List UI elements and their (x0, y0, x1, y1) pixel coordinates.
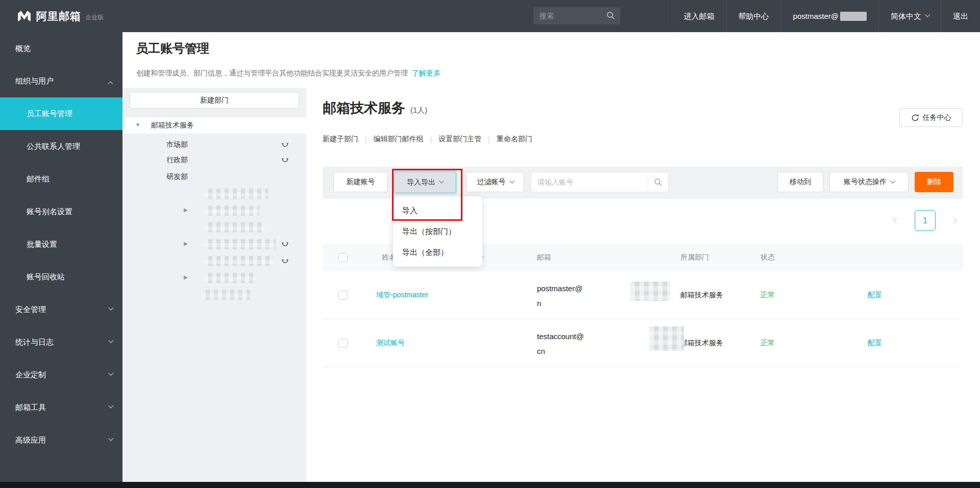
status-badge: 正常 (761, 339, 775, 348)
account-search-input[interactable] (537, 172, 640, 192)
sidebar-group-security[interactable]: 安全管理 (0, 293, 122, 326)
language-menu[interactable]: 简体中文 (878, 0, 941, 32)
tree-node-redacted[interactable]: ▶ (122, 236, 306, 252)
brand-mark-icon (17, 10, 31, 22)
member-count: (1人) (410, 106, 427, 114)
tree-node-marketing[interactable]: 市场部 (122, 137, 306, 153)
sidebar-group-org-users[interactable]: 组织与用户 (0, 65, 122, 97)
account-email: postmaster@ n (531, 271, 674, 319)
chevron-down-icon (108, 403, 113, 408)
import-export-button[interactable]: 导入导出 (394, 172, 456, 193)
caret-right-icon[interactable]: ▶ (184, 207, 188, 213)
tree-node-redacted[interactable] (122, 253, 306, 269)
tree-node-redacted[interactable] (122, 186, 306, 202)
sidebar: 概览 组织与用户 员工账号管理 公共联系人管理 邮件组 账号别名设置 批量设置 … (0, 32, 122, 482)
topbar: 阿里邮箱 企业版 进入邮箱 帮助中心 postmaster@ 简体中文 退出 (0, 0, 980, 32)
col-header-department: 所属部门 (674, 244, 754, 271)
tree-node-redacted[interactable] (122, 219, 306, 236)
pagination-prev-icon[interactable] (893, 217, 900, 224)
new-department-button[interactable]: 新建部门 (130, 92, 299, 109)
dept-mail-group-icon (281, 158, 289, 163)
chevron-down-icon (925, 12, 930, 17)
screen: 阿里邮箱 企业版 进入邮箱 帮助中心 postmaster@ 简体中文 退出 概… (0, 0, 980, 488)
task-center-button[interactable]: 任务中心 (899, 108, 963, 127)
department-tree-panel: 新建部门 ▼ 邮箱技术服务 市场部 行政部 研发部 ▶ ▶ (122, 88, 306, 482)
row-checkbox[interactable] (338, 291, 348, 300)
sidebar-group-advanced[interactable]: 高级应用 (0, 424, 122, 456)
table-row: 测试账号 testaccount@ cn 邮箱技术服务 正常 配置 (323, 319, 963, 367)
account-menu[interactable]: postmaster@ (781, 0, 878, 32)
tree-node-rnd[interactable]: 研发部 (122, 169, 306, 185)
chevron-down-icon (439, 178, 444, 184)
sidebar-item-alias-settings[interactable]: 账号别名设置 (0, 195, 122, 228)
sidebar-item-batch-settings[interactable]: 批量设置 (0, 228, 122, 261)
account-department: 邮箱技术服务 (674, 319, 754, 367)
logout-link[interactable]: 退出 (941, 0, 980, 32)
import-export-dropdown: 导入 导出（按部门） 导出（全部） (393, 196, 482, 267)
page-description: 创建和管理成员、部门信息，通过与管理平台其他功能结合实现更灵活安全的用户管理了解… (136, 69, 440, 78)
menu-item-export-by-dept[interactable]: 导出（按部门） (393, 221, 482, 242)
sidebar-group-enterprise-custom[interactable]: 企业定制 (0, 358, 122, 391)
menu-item-export-all[interactable]: 导出（全部） (393, 242, 482, 263)
search-icon[interactable] (606, 11, 615, 20)
topbar-search-input[interactable] (540, 7, 596, 24)
status-badge: 正常 (761, 291, 775, 300)
action-rename-dept[interactable]: 重命名部门 (497, 135, 532, 144)
caret-right-icon[interactable]: ▶ (184, 274, 188, 280)
sidebar-item-employee-accounts[interactable]: 员工账号管理 (0, 97, 122, 130)
bottom-strip (0, 482, 980, 488)
configure-link[interactable]: 配置 (868, 291, 882, 300)
page-header: 员工账号管理 创建和管理成员、部门信息，通过与管理平台其他功能结合实现更灵活安全… (122, 32, 980, 88)
pagination-page-1[interactable]: 1 (915, 210, 936, 231)
redacted-dept-name (204, 273, 256, 283)
tree-node-admin[interactable]: 行政部 (122, 152, 306, 168)
account-email: testaccount@ cn (531, 319, 674, 367)
menu-item-import[interactable]: 导入 (393, 200, 482, 221)
sidebar-item-public-contacts[interactable]: 公共联系人管理 (0, 130, 122, 163)
pagination-next-icon[interactable] (950, 217, 957, 224)
caret-right-icon[interactable]: ▶ (184, 241, 188, 246)
account-status-ops-button[interactable]: 账号状态操作 (829, 172, 909, 192)
action-edit-dept-mailgroup[interactable]: 编辑部门邮件组 (374, 135, 424, 144)
chevron-down-icon (108, 305, 113, 311)
action-new-subdept[interactable]: 新建子部门 (323, 135, 358, 144)
dept-mail-group-icon (281, 259, 289, 264)
accounts-toolbar: 新建账号 导入导出 过滤账号 移动到 账号状态操作 删除 (323, 167, 963, 199)
dept-mail-group-icon (281, 142, 289, 148)
delete-button[interactable]: 删除 (915, 172, 953, 192)
learn-more-link[interactable]: 了解更多 (412, 69, 440, 77)
caret-down-icon[interactable]: ▼ (135, 122, 140, 127)
sidebar-item-mail-groups[interactable]: 邮件组 (0, 163, 122, 195)
tree-node-redacted[interactable]: ▶ (122, 270, 306, 286)
new-account-button[interactable]: 新建账号 (333, 172, 388, 192)
tree-node-redacted[interactable] (122, 287, 306, 303)
account-search-box (531, 172, 669, 192)
tree-node-redacted[interactable]: ▶ (122, 202, 306, 219)
account-name-link[interactable]: 测试账号 (376, 339, 405, 348)
chevron-up-icon (108, 82, 113, 87)
sidebar-item-overview[interactable]: 概览 (0, 32, 122, 65)
action-set-dept-manager[interactable]: 设置部门主管 (438, 135, 481, 144)
tree-node-root[interactable]: ▼ 邮箱技术服务 (122, 117, 306, 134)
sidebar-group-mail-tools[interactable]: 邮箱工具 (0, 391, 122, 424)
col-header-status: 状态 (754, 244, 837, 271)
redacted-dept-name (204, 222, 264, 233)
account-name-link[interactable]: 域管-postmaster (376, 291, 428, 300)
chevron-down-icon (509, 178, 514, 183)
chevron-down-icon (108, 436, 113, 441)
help-center-link[interactable]: 帮助中心 (726, 0, 781, 32)
filter-accounts-button[interactable]: 过滤账号 (466, 172, 524, 192)
brand-logo: 阿里邮箱 企业版 (17, 0, 104, 32)
refresh-icon (911, 114, 919, 122)
redacted-email-domain (630, 281, 670, 301)
sidebar-item-account-recycle[interactable]: 账号回收站 (0, 261, 122, 293)
move-to-button[interactable]: 移动到 (777, 172, 823, 192)
account-search-button[interactable] (648, 174, 668, 190)
select-all-checkbox[interactable] (338, 253, 348, 262)
configure-link[interactable]: 配置 (868, 339, 882, 348)
redacted-account-domain (840, 12, 867, 21)
row-checkbox[interactable] (338, 339, 348, 348)
search-icon (654, 178, 663, 187)
sidebar-group-stats-logs[interactable]: 统计与日志 (0, 326, 122, 358)
enter-mailbox-link[interactable]: 进入邮箱 (672, 0, 726, 32)
